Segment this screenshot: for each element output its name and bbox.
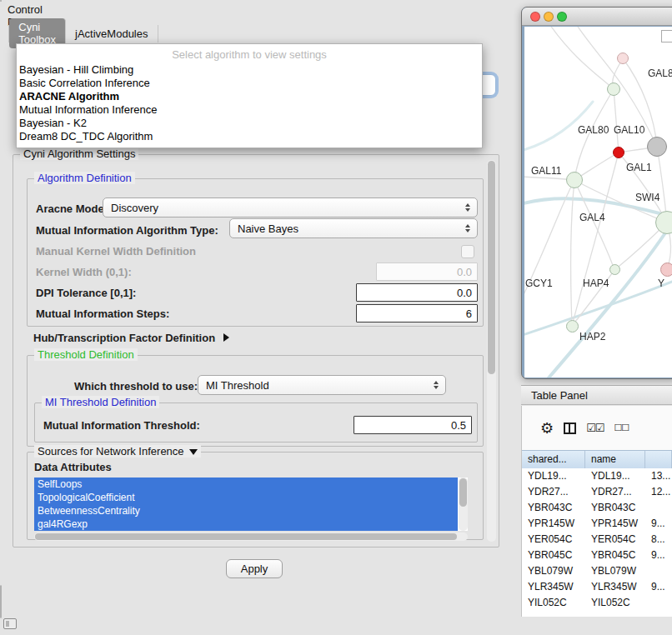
deselect-all-icon[interactable]: ☐☐ <box>614 422 629 433</box>
attribute-item[interactable]: BetweennessCentrality <box>34 504 458 518</box>
table-row[interactable]: YDR27... YDR27... 12... <box>522 484 672 500</box>
table-row[interactable]: YER054C YER054C 8... <box>522 532 672 548</box>
node-label: GAL1 <box>626 162 652 173</box>
minimize-traffic-light[interactable] <box>544 12 554 22</box>
table-panel-titlebar: Table Panel <box>521 385 672 405</box>
which-threshold-select[interactable]: MI Threshold <box>198 375 446 395</box>
table-body: YDL19... YDL19... 13... YDR27... YDR27..… <box>522 468 672 617</box>
algorithm-definition-title: Algorithm Definition <box>34 172 135 184</box>
close-traffic-light[interactable] <box>530 12 540 22</box>
attribute-item[interactable]: gal4RGexp <box>34 518 458 531</box>
attributes-vscrollbar-thumb[interactable] <box>459 478 467 507</box>
cell: YPR145W <box>522 516 585 532</box>
kernel-width-input[interactable] <box>376 262 478 281</box>
manual-kernel-label: Manual Kernel Width Definition <box>36 245 196 258</box>
tab-impute-data[interactable]: Impute Data <box>1 586 2 618</box>
cyni-algorithm-settings-group: Cyni Algorithm Settings Algorithm Defini… <box>13 154 499 548</box>
algorithm-option[interactable]: Basic Correlation Inference <box>17 77 482 90</box>
network-canvas[interactable]: GAL8 GAL80 GAL10 GAL11 GAL1 SWI4 GAL4 GC… <box>524 27 672 378</box>
settings-gear-icon[interactable]: ⚙ <box>540 420 554 437</box>
hub-factor-section-toggle[interactable]: Hub/Transcription Factor Definition <box>33 332 229 347</box>
network-node[interactable] <box>655 211 672 234</box>
node-label: HAP2 <box>579 331 605 342</box>
mi-type-select[interactable]: Naive Bayes <box>229 218 478 238</box>
stepper-arrows-icon <box>461 203 474 212</box>
zoom-traffic-light[interactable] <box>557 12 567 22</box>
kernel-width-label: Kernel Width (0,1): <box>36 266 132 278</box>
algorithm-option[interactable]: Bayesian - Hill Climbing <box>17 63 482 77</box>
cell: YDR27... <box>585 484 645 500</box>
cell <box>645 500 672 516</box>
node-label: GCY1 <box>525 278 553 289</box>
mi-steps-label: Mutual Information Steps: <box>36 308 169 320</box>
show-columns-icon[interactable] <box>564 422 576 434</box>
aracne-mode-value: Discovery <box>103 202 461 214</box>
network-node[interactable] <box>647 137 667 157</box>
table-row[interactable]: YLR345W YLR345W 9... <box>522 579 672 595</box>
scrollbar-button[interactable] <box>661 30 672 42</box>
table-panel-title: Table Panel <box>531 389 588 402</box>
table-row[interactable]: YBR043C YBR043C <box>522 500 672 516</box>
table-row[interactable]: YPR145W YPR145W 9... <box>522 516 672 532</box>
network-node[interactable] <box>617 52 629 64</box>
manual-kernel-checkbox[interactable] <box>461 245 474 258</box>
settings-scrollbar-thumb[interactable] <box>488 161 495 374</box>
aracne-mode-label: Aracne Mode: <box>36 202 108 215</box>
dpi-tolerance-input[interactable] <box>356 283 478 302</box>
select-all-icon[interactable]: ☑☑ <box>586 422 604 434</box>
mi-type-label: Mutual Information Algorithm Type: <box>36 224 218 237</box>
table-row[interactable]: YDL19... YDL19... 13... <box>522 468 672 484</box>
attributes-vscrollbar[interactable] <box>459 478 468 531</box>
hub-factor-label: Hub/Transcription Factor Definition <box>33 332 215 344</box>
cell: YBR043C <box>585 500 645 516</box>
apply-button[interactable]: Apply <box>226 559 283 578</box>
algorithm-dropdown-popup: Select algorithm to view settings Bayesi… <box>16 43 483 148</box>
mi-steps-input[interactable] <box>356 304 478 322</box>
algorithm-option-selected[interactable]: ARACNE Algorithm <box>17 90 482 103</box>
algorithm-option[interactable]: Bayesian - K2 <box>17 117 482 130</box>
tab-jactivemodules-label: jActiveModules <box>75 28 148 40</box>
network-node-selected-red[interactable] <box>613 147 624 158</box>
network-node[interactable] <box>609 264 620 275</box>
table-row[interactable]: YBL079W YBL079W <box>522 563 672 579</box>
tab-select[interactable]: Select <box>0 25 9 42</box>
cell: 9... <box>645 579 672 595</box>
algorithm-option[interactable]: Dream8 DC_TDC Algorithm <box>17 130 482 143</box>
attribute-item[interactable]: TopologicalCoefficient <box>34 491 458 504</box>
table-row[interactable]: YBR045C YBR045C 9... <box>522 548 672 563</box>
table-toolbar: ⚙ ☑☑ ☐☐ <box>522 406 672 450</box>
mi-threshold-group-title: MI Threshold Definition <box>42 396 159 408</box>
column-header-extra[interactable] <box>645 451 672 469</box>
cell: YPR145W <box>585 516 645 532</box>
sources-title-text: Sources for Network Inference <box>38 445 184 458</box>
cell: 12... <box>645 484 672 500</box>
algorithm-option[interactable]: Mutual Information Inference <box>17 103 482 117</box>
mi-threshold-input[interactable] <box>354 416 472 434</box>
attributes-hscrollbar[interactable] <box>34 532 468 541</box>
settings-scrollbar[interactable] <box>487 160 496 542</box>
network-node[interactable] <box>607 82 620 96</box>
collapse-triangle-icon <box>189 449 198 455</box>
cell <box>645 563 672 579</box>
network-node[interactable] <box>566 172 583 188</box>
column-header-shared[interactable]: shared... <box>522 451 585 469</box>
cell: YBR045C <box>522 548 585 563</box>
cell: 13... <box>645 468 672 484</box>
node-label: GAL11 <box>531 165 561 177</box>
attributes-hscrollbar-thumb[interactable] <box>35 533 457 540</box>
dpi-tolerance-label: DPI Tolerance [0,1]: <box>36 287 136 299</box>
cell: YBL079W <box>522 563 585 579</box>
network-node[interactable] <box>660 262 672 277</box>
control-panel-window: Control Panel □ ✕ Network Style Select C… <box>0 0 2 2</box>
column-header-name[interactable]: name <box>585 451 645 469</box>
which-threshold-label: Which threshold to use: <box>74 380 198 392</box>
cell: YLR345W <box>522 579 585 595</box>
tab-jactivemodules[interactable]: jActiveModules <box>66 25 158 42</box>
network-node[interactable] <box>566 320 579 332</box>
node-label: SWI4 <box>635 192 659 203</box>
hide-panel-icon[interactable] <box>3 618 17 629</box>
attribute-item[interactable]: SelfLoops <box>34 478 458 491</box>
tab-cyni-toolbox-label: Cyni Toolbox <box>18 21 56 46</box>
aracne-mode-select[interactable]: Discovery <box>103 198 478 218</box>
table-row[interactable]: YIL052C YIL052C <box>522 595 672 611</box>
